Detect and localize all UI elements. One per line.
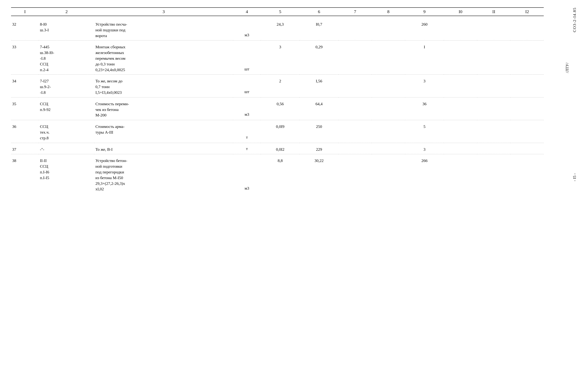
row-num: 38 (11, 154, 39, 194)
col-header-3: 3 (94, 8, 233, 16)
row-ref: 7-445 ш.38-I0- -I.8 ССЦ п.2-4 (39, 41, 94, 75)
row-col11 (477, 154, 511, 194)
row-desc: Стоимость переми- чек из бетона М-200 (94, 97, 233, 120)
row-col6: I0,7 (300, 16, 338, 41)
col-header-9: 9 (405, 8, 444, 16)
side-label-slash: /ЛТУ/ (565, 63, 569, 73)
row-col12 (510, 143, 544, 154)
row-col7 (338, 154, 372, 194)
row-desc: Устройство песча- ной подушки под ворота (94, 16, 233, 41)
row-col6: 64,4 (300, 97, 338, 120)
row-col6: 30,22 (300, 154, 338, 194)
col-header-11: II (477, 8, 511, 16)
col-header-12: I2 (510, 8, 544, 16)
row-col5: 2 (261, 75, 300, 97)
row-col6: I,56 (300, 75, 338, 97)
row-desc: Стоимость арма- туры А-III (94, 120, 233, 143)
row-ref: 7-I27 ш.9-2- -I.8 (39, 75, 94, 97)
row-col9: 260 (405, 16, 444, 41)
table-row: 32 8-I0 ш.3-I Устройство песча- ной поду… (11, 16, 544, 41)
row-col8 (372, 97, 405, 120)
row-num: 34 (11, 75, 39, 97)
row-col8 (372, 120, 405, 143)
row-col9: 3 (405, 75, 444, 97)
row-col9: 5 (405, 120, 444, 143)
row-col10 (444, 16, 477, 41)
row-col9: 36 (405, 97, 444, 120)
row-col10 (444, 41, 477, 75)
row-col5: 0,0I2 (261, 143, 300, 154)
row-ref: -"- (39, 143, 94, 154)
row-col10 (444, 75, 477, 97)
row-unit: т (233, 143, 261, 154)
row-desc: То же, весом до 0,7 тонн I,5+I3,4х0,0023 (94, 75, 233, 97)
row-col12 (510, 97, 544, 120)
row-col12 (510, 120, 544, 143)
row-col7 (338, 16, 372, 41)
row-col6: 229 (300, 143, 338, 154)
row-col10 (444, 143, 477, 154)
row-col10 (444, 154, 477, 194)
row-desc: Устройство бетон- ной подготовки под пер… (94, 154, 233, 194)
row-col9: I (405, 41, 444, 75)
table-row: 37 -"- То же, В-I т 0,0I2 229 3 (11, 143, 544, 154)
row-col12 (510, 16, 544, 41)
row-col11 (477, 16, 511, 41)
row-unit: т (233, 120, 261, 143)
row-unit: м3 (233, 154, 261, 194)
col-header-10: I0 (444, 8, 477, 16)
row-unit: шт (233, 75, 261, 97)
row-col9: 3 (405, 143, 444, 154)
col-header-1: I (11, 8, 39, 16)
row-col11 (477, 120, 511, 143)
row-col8 (372, 16, 405, 41)
row-ref: ССЦ п.9-92 (39, 97, 94, 120)
row-col7 (338, 75, 372, 97)
row-num: 37 (11, 143, 39, 154)
row-col7 (338, 120, 372, 143)
row-col8 (372, 154, 405, 194)
row-col12 (510, 154, 544, 194)
row-num: 35 (11, 97, 39, 120)
row-unit: м3 (233, 16, 261, 41)
row-unit: шт (233, 41, 261, 75)
row-col11 (477, 143, 511, 154)
col-header-5: 5 (261, 8, 300, 16)
row-col7 (338, 97, 372, 120)
row-col11 (477, 75, 511, 97)
side-label-page: - I5 - (572, 173, 577, 181)
row-ref: II-II ССЦ п.I-I6 п.I-I5 (39, 154, 94, 194)
row-col8 (372, 75, 405, 97)
row-col6: 0,29 (300, 41, 338, 75)
row-col5: 8,8 (261, 154, 300, 194)
row-col10 (444, 97, 477, 120)
row-col5: 0,0I9 (261, 120, 300, 143)
table-row: 36 ССЦ тех.ч. стр.8 Стоимость арма- туры… (11, 120, 544, 143)
row-unit: м3 (233, 97, 261, 120)
row-desc: То же, В-I (94, 143, 233, 154)
row-col6: 250 (300, 120, 338, 143)
col-header-7: 7 (338, 8, 372, 16)
main-table: I 2 3 4 5 6 7 8 9 I0 II I2 32 (11, 7, 544, 194)
row-col7 (338, 41, 372, 75)
table-row: 35 ССЦ п.9-92 Стоимость переми- чек из б… (11, 97, 544, 120)
row-col11 (477, 97, 511, 120)
row-desc: Монтаж сборных железобетонных перемычек … (94, 41, 233, 75)
row-num: 32 (11, 16, 39, 41)
right-margin: СО3-2-I4.85 /ЛТУ/ - I5 - (562, 7, 577, 194)
row-col12 (510, 75, 544, 97)
row-col5: 24,3 (261, 16, 300, 41)
col-header-4: 4 (233, 8, 261, 16)
row-col7 (338, 143, 372, 154)
side-label-doc-number: СО3-2-I4.85 (572, 7, 577, 32)
col-header-2: 2 (39, 8, 94, 16)
row-num: 36 (11, 120, 39, 143)
table-row: 38 II-II ССЦ п.I-I6 п.I-I5 Устройство бе… (11, 154, 544, 194)
row-ref: ССЦ тех.ч. стр.8 (39, 120, 94, 143)
row-num: 33 (11, 41, 39, 75)
row-col11 (477, 41, 511, 75)
row-col10 (444, 120, 477, 143)
row-col8 (372, 41, 405, 75)
row-col8 (372, 143, 405, 154)
row-col12 (510, 41, 544, 75)
